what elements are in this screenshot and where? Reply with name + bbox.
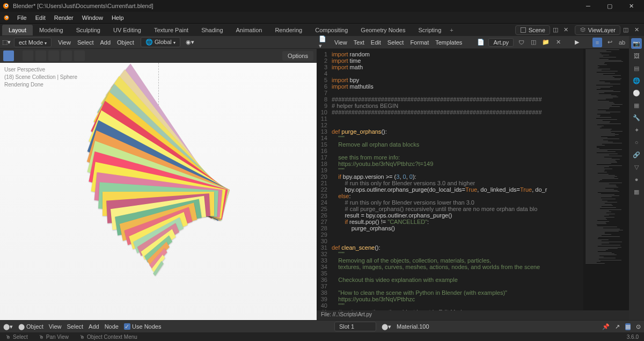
window-title: Blender* [C:\Users\Just\Documents\Curren… [13,3,577,9]
texture-props-icon[interactable]: ▩ [631,186,642,197]
menu-edit[interactable]: Edit [31,13,50,23]
workspace-tabs: LayoutModelingSculptingUV EditingTexture… [0,24,644,36]
te-menu-templates[interactable]: Templates [432,38,465,47]
version-label: 3.6.0 [627,334,639,340]
maximize-button[interactable]: ▢ [599,0,620,12]
material-props-icon[interactable]: ● [631,174,642,185]
tab-scripting[interactable]: Scripting [412,25,448,35]
editor-type-icon[interactable]: ⬤▾ [3,323,13,330]
vp-menu-select[interactable]: Select [74,38,97,47]
slot-selector[interactable]: Slot 1 [334,322,376,331]
object-props-icon[interactable]: ▦ [631,100,642,111]
tool4-icon[interactable] [61,50,72,61]
viewlayer-selector[interactable]: ViewLayer [575,25,620,35]
tab-modeling[interactable]: Modeling [33,25,70,35]
cursor-tool-icon[interactable] [3,50,14,61]
vp-menu-add[interactable]: Add [97,38,114,47]
tab-layout[interactable]: Layout [2,25,33,35]
node-menu-select[interactable]: Select [67,323,84,330]
node-menu-add[interactable]: Add [89,323,99,330]
tab-uv-editing[interactable]: UV Editing [107,25,148,35]
vp-menu-object[interactable]: Object [114,38,137,47]
run-script-button[interactable]: ▶ [572,37,582,48]
tab-animation[interactable]: Animation [230,25,269,35]
te-menu-select[interactable]: Select [384,38,407,47]
word-wrap-icon[interactable]: ↩ [605,38,614,47]
material-name[interactable]: Material.100 [397,323,429,330]
tab-shading[interactable]: Shading [195,25,229,35]
mode-dropdown[interactable]: ect Mode [14,38,52,47]
shield-icon[interactable]: 🛡 [516,38,526,47]
tab-compositing[interactable]: Compositing [309,25,354,35]
menu-window[interactable]: Window [78,13,107,23]
backdrop-icon[interactable]: ▦ [625,323,631,330]
overlay-dropdown[interactable]: ⊙ [636,323,641,330]
new-scene-button[interactable]: ◫ [550,25,561,35]
use-nodes-checkbox[interactable]: ✓ Use Nodes [124,323,161,330]
editor-type-icon[interactable]: ⬚▾ [2,39,11,46]
blender-logo-icon [2,2,10,10]
add-workspace-button[interactable]: + [450,27,453,33]
close-button[interactable]: ✕ [620,0,642,12]
render-props-icon[interactable]: 📷 [631,38,642,49]
viewlayer-name: ViewLayer [588,27,616,33]
status-bar: 🖱Select 🖱Pan View 🖱Object Context Menu 3… [0,332,644,341]
menu-file[interactable]: File [13,13,31,23]
delete-viewlayer-button[interactable]: ✕ [631,25,642,35]
arrow-icon[interactable]: ↗ [615,323,620,330]
delete-scene-button[interactable]: ✕ [561,25,572,35]
te-menu-edit[interactable]: Edit [368,38,384,47]
tab-geometry-nodes[interactable]: Geometry Nodes [354,25,412,35]
world-props-icon[interactable]: ⚪ [631,88,642,98]
data-props-icon[interactable]: ▽ [631,162,642,172]
pin-icon[interactable]: 📌 [602,323,610,330]
unlink-text-icon[interactable]: ✕ [553,38,563,47]
options-dropdown[interactable]: Options [282,51,313,61]
code-content[interactable]: import random import time import math im… [330,49,583,310]
svg-point-5 [6,17,8,18]
viewport-header: ⬚▾ ect Mode ViewSelectAddObject 🌐 Global… [0,36,317,49]
browse-text-icon[interactable]: 📄 [476,38,486,47]
scene-selector[interactable]: Scene [515,25,550,35]
viewlayer-props-icon[interactable]: ▤ [631,63,642,74]
titlebar: Blender* [C:\Users\Just\Documents\Curren… [0,0,644,12]
select-box-icon[interactable] [23,50,33,61]
select-circle-icon[interactable] [35,50,46,61]
te-menu-format[interactable]: Format [407,38,432,47]
new-text-icon[interactable]: ◫ [529,38,538,47]
scene-props-icon[interactable]: 🌐 [631,75,642,86]
line-gutter: 1 2 3 4 5 6 7 8 9 10 11 12 13 14 15 16 1… [317,49,330,310]
snap-icon[interactable]: ◉▾ [186,39,194,46]
material-icon[interactable]: ⬤▾ [382,323,391,330]
te-menu-view[interactable]: View [331,38,350,47]
text-filename[interactable]: Art.py [488,38,514,47]
code-minimap[interactable] [583,49,629,310]
menu-render[interactable]: Render [50,13,78,23]
new-viewlayer-button[interactable]: ◫ [620,25,631,35]
node-type-icon[interactable]: ⬤ Object [18,323,43,330]
vp-menu-view[interactable]: View [55,38,74,47]
particle-props-icon[interactable]: ✦ [631,125,642,135]
text-editor: 📄▾ ViewTextEditSelectFormatTemplates 📄 A… [317,36,629,320]
editor-type-icon[interactable]: 📄▾ [319,38,328,47]
minimize-button[interactable]: ─ [577,0,599,12]
main-menubar: FileEditRenderWindowHelp [0,12,644,24]
select-lasso-icon[interactable] [48,50,59,61]
node-menu-node[interactable]: Node [105,323,119,330]
tab-sculpting[interactable]: Sculpting [70,25,107,35]
te-menu-text[interactable]: Text [350,38,368,47]
constraint-props-icon[interactable]: 🔗 [631,149,642,160]
line-numbers-icon[interactable]: ≡ [592,38,602,47]
output-props-icon[interactable]: 🖼 [631,50,642,61]
node-menu-view[interactable]: View [49,323,62,330]
tab-texture-paint[interactable]: Texture Paint [148,25,195,35]
tool5-icon[interactable] [74,50,85,61]
viewport-canvas[interactable]: User Perspective (18) Scene Collection |… [0,63,317,320]
orientation-dropdown[interactable]: 🌐 Global [141,37,180,47]
tab-rendering[interactable]: Rendering [268,25,309,35]
open-text-icon[interactable]: 📁 [541,38,551,47]
menu-help[interactable]: Help [107,13,128,23]
physics-props-icon[interactable]: ○ [631,137,642,148]
syntax-highlight-icon[interactable]: ab [617,38,627,47]
modifier-props-icon[interactable]: 🔧 [631,112,642,123]
